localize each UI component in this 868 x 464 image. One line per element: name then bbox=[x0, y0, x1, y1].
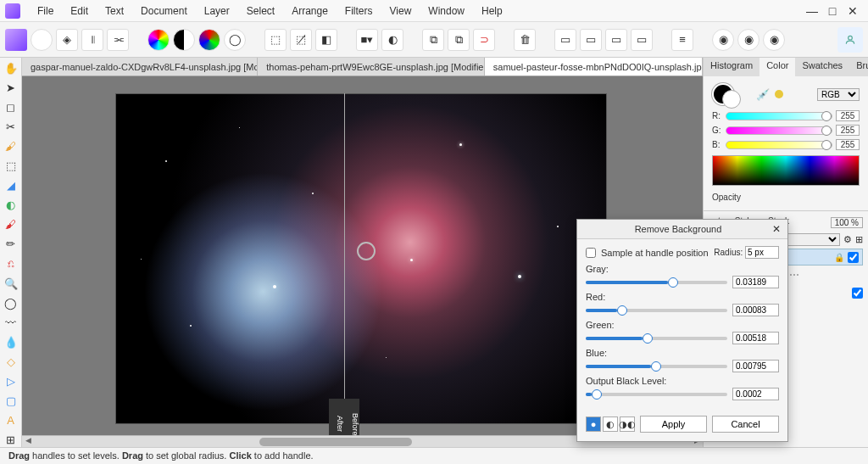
cube-icon[interactable]: ◈ bbox=[56, 29, 78, 51]
opacity-value[interactable]: 100 % bbox=[831, 217, 863, 228]
shape-tool-icon[interactable]: ▢ bbox=[3, 394, 19, 408]
scroll-left-icon[interactable]: ◀ bbox=[22, 436, 34, 448]
preview-toggle-icon[interactable]: ● bbox=[586, 416, 601, 432]
red-value[interactable] bbox=[732, 304, 779, 316]
green-value[interactable] bbox=[732, 332, 779, 344]
globe2-icon[interactable]: ◉ bbox=[737, 29, 760, 51]
radius-input[interactable] bbox=[745, 246, 779, 259]
layer-visible-checkbox[interactable] bbox=[852, 288, 863, 299]
tab-histogram[interactable]: Histogram bbox=[704, 58, 760, 76]
layer-visible-checkbox[interactable] bbox=[848, 252, 859, 263]
globe1-icon[interactable]: ◉ bbox=[712, 29, 734, 51]
b-slider[interactable] bbox=[726, 141, 832, 149]
arrange1-icon[interactable]: ▭ bbox=[554, 29, 576, 51]
color-mode-select[interactable]: RGB bbox=[817, 88, 860, 101]
menu-document[interactable]: Document bbox=[132, 2, 196, 20]
fx-icon[interactable]: ⊞ bbox=[855, 234, 863, 245]
invert-sel-icon[interactable]: ◧ bbox=[315, 29, 337, 51]
erase-tool-icon[interactable]: ✏ bbox=[3, 237, 19, 251]
dialog-titlebar[interactable]: Remove Background ✕ bbox=[577, 220, 787, 239]
b-value[interactable]: 255 bbox=[836, 139, 860, 150]
slider-thumb[interactable] bbox=[821, 111, 832, 121]
gradient-tool-icon[interactable]: ◐ bbox=[3, 198, 19, 212]
arrange2-icon[interactable]: ▭ bbox=[580, 29, 602, 51]
clone-tool-icon[interactable]: ⎌ bbox=[3, 256, 19, 271]
eyedropper-icon[interactable]: 💉 bbox=[756, 88, 770, 101]
persona-button[interactable] bbox=[837, 27, 863, 53]
gray-slider[interactable] bbox=[586, 281, 727, 284]
crop2-icon[interactable]: ⧉ bbox=[448, 29, 470, 51]
blue-slider[interactable] bbox=[586, 365, 727, 368]
color-spectrum[interactable] bbox=[712, 155, 860, 186]
slider-thumb[interactable] bbox=[651, 361, 661, 372]
hsl-icon[interactable] bbox=[31, 29, 53, 51]
green-slider[interactable] bbox=[586, 337, 727, 340]
bars-icon[interactable]: ⦀ bbox=[81, 29, 103, 51]
marquee-tool-icon[interactable]: ⬚ bbox=[3, 159, 19, 173]
sample-handle[interactable] bbox=[357, 242, 376, 260]
selection-brush-icon[interactable]: 🖌 bbox=[3, 139, 19, 154]
split-divider[interactable] bbox=[344, 93, 345, 424]
document-tab[interactable]: thomas-peham-prtW9Ewc8GE-unsplash.jpg [M… bbox=[258, 58, 485, 75]
g-slider[interactable] bbox=[726, 126, 832, 135]
obl-value[interactable] bbox=[732, 388, 779, 400]
menu-text[interactable]: Text bbox=[97, 2, 132, 20]
tab-color[interactable]: Color bbox=[760, 58, 795, 76]
g-value[interactable]: 255 bbox=[836, 125, 860, 136]
menu-help[interactable]: Help bbox=[473, 2, 511, 20]
close-icon[interactable]: ✕ bbox=[846, 4, 860, 18]
deselect-icon[interactable]: ⬚̸ bbox=[290, 29, 312, 51]
magnet-icon[interactable]: ⊃ bbox=[473, 29, 495, 51]
cancel-button[interactable]: Cancel bbox=[712, 416, 779, 433]
trash-icon[interactable]: 🗑 bbox=[514, 29, 536, 51]
slider-thumb[interactable] bbox=[643, 333, 653, 344]
color-wheel-icon[interactable] bbox=[147, 29, 170, 51]
gray-value[interactable] bbox=[732, 276, 779, 288]
apply-button[interactable]: Apply bbox=[640, 416, 707, 433]
document-tab[interactable]: samuel-pasteur-fosse-mbnPNdDO0IQ-unsplas… bbox=[485, 58, 703, 75]
tab-swatches[interactable]: Swatches bbox=[795, 58, 849, 76]
zoom-tool-icon[interactable]: 🔍 bbox=[3, 277, 19, 291]
color-swatch[interactable] bbox=[712, 83, 734, 105]
share-icon[interactable]: ⫘ bbox=[107, 29, 129, 51]
slider-thumb[interactable] bbox=[668, 277, 678, 288]
menu-window[interactable]: Window bbox=[420, 2, 473, 20]
r-slider[interactable] bbox=[726, 112, 832, 120]
obl-slider[interactable] bbox=[586, 393, 727, 396]
color-dot[interactable] bbox=[775, 90, 783, 98]
rgb-icon[interactable] bbox=[198, 29, 220, 51]
align-icon[interactable]: ≡ bbox=[671, 29, 693, 51]
smudge-tool-icon[interactable]: 〰 bbox=[3, 316, 19, 330]
crop-tool-icon[interactable]: ✂ bbox=[3, 120, 19, 134]
slider-thumb[interactable] bbox=[821, 126, 832, 136]
sample-checkbox[interactable] bbox=[586, 248, 596, 258]
paint-tool-icon[interactable]: 🖌 bbox=[3, 217, 19, 232]
menu-edit[interactable]: Edit bbox=[62, 2, 97, 20]
view-tool-icon[interactable]: ◻ bbox=[3, 100, 19, 115]
ring-icon[interactable]: ◯ bbox=[224, 29, 246, 51]
menu-filters[interactable]: Filters bbox=[337, 2, 381, 20]
maximize-icon[interactable]: □ bbox=[826, 4, 839, 18]
pen-tool-icon[interactable]: ▷ bbox=[3, 374, 19, 389]
menu-select[interactable]: Select bbox=[238, 2, 283, 20]
flood-tool-icon[interactable]: ◢ bbox=[3, 178, 19, 193]
fill-icon[interactable]: ■▾ bbox=[356, 29, 378, 51]
dialog-close-icon[interactable]: ✕ bbox=[772, 223, 781, 235]
dodge-tool-icon[interactable]: ◯ bbox=[3, 296, 19, 310]
slider-thumb[interactable] bbox=[617, 305, 627, 316]
app-icon[interactable] bbox=[5, 29, 27, 51]
r-value[interactable]: 255 bbox=[836, 110, 860, 121]
menu-file[interactable]: File bbox=[29, 2, 62, 20]
mask-icon[interactable]: ◐ bbox=[381, 29, 403, 51]
minimize-icon[interactable]: — bbox=[805, 4, 819, 18]
lock-icon[interactable]: 🔒 bbox=[834, 253, 844, 262]
blue-value[interactable] bbox=[732, 360, 779, 372]
tab-brushes[interactable]: Brushes bbox=[849, 58, 868, 76]
mirror-toggle-icon[interactable]: ◑◐ bbox=[620, 416, 635, 432]
contrast-icon[interactable] bbox=[173, 29, 195, 51]
hand-tool-icon[interactable]: ✋ bbox=[3, 61, 19, 75]
gear-icon[interactable]: ⚙ bbox=[843, 234, 852, 245]
arrange3-icon[interactable]: ▭ bbox=[605, 29, 627, 51]
mesh-tool-icon[interactable]: ⊞ bbox=[3, 433, 19, 447]
menu-layer[interactable]: Layer bbox=[196, 2, 238, 20]
